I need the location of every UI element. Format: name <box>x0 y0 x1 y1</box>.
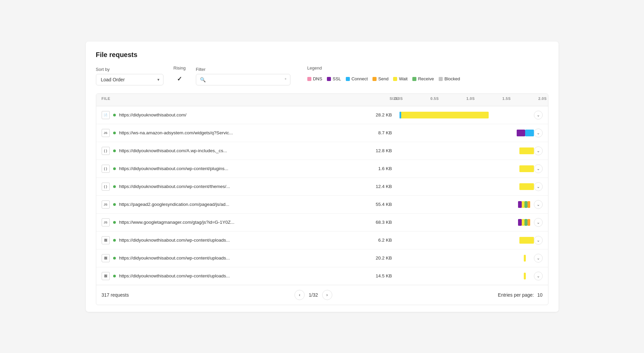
blocked-legend-color <box>439 77 443 81</box>
sort-select[interactable]: Load Order Size Duration File Name <box>96 74 163 85</box>
connect-legend-color <box>346 77 350 81</box>
table-row: JShttps://pagead2.googlesyndication.com/… <box>96 196 548 214</box>
bar-container <box>399 112 543 118</box>
next-page-button[interactable]: › <box>322 290 332 300</box>
filter-input-wrapper: 🔍 * <box>196 74 290 85</box>
rising-group: Rising ✓ <box>174 65 186 85</box>
bar-container <box>399 130 543 136</box>
bar-container <box>399 201 543 208</box>
file-cell: { }https://didyouknowthisabout.com/A.wp-… <box>102 143 358 158</box>
status-dot <box>113 203 116 206</box>
img-file-icon: 🖼 <box>102 254 110 262</box>
bar-segment <box>522 219 525 226</box>
file-cell: JShttps://www.googletagmanager.com/gtag/… <box>102 215 358 230</box>
bar-segment <box>519 147 534 154</box>
bar-segment <box>518 219 522 226</box>
file-requests-table: FILE SIZE 0.0s0.5s1.0s1.5s2.0s 📄https://… <box>96 93 548 305</box>
file-url: https://ws-na.amazon-adsystem.com/widget… <box>119 130 233 135</box>
filter-label: Filter <box>196 67 290 72</box>
receive-legend-color <box>412 77 416 81</box>
bar-segment <box>400 112 401 118</box>
file-cell: JShttps://ws-na.amazon-adsystem.com/widg… <box>102 126 358 140</box>
status-dot <box>113 185 116 188</box>
file-cell: 🖼https://didyouknowthisabout.com/wp-cont… <box>102 251 358 266</box>
status-dot <box>113 221 116 224</box>
table-body: 📄https://didyouknowthisabout.com/28.2 KB… <box>96 106 548 285</box>
legend-item-send: Send <box>372 76 388 81</box>
expand-row-button[interactable]: ⌄ <box>534 146 543 155</box>
filter-input[interactable] <box>196 74 290 85</box>
regex-indicator: * <box>284 77 286 82</box>
search-icon: 🔍 <box>200 77 206 82</box>
file-url: https://www.googletagmanager.com/gtag/js… <box>119 220 235 225</box>
bar-segment <box>524 255 526 262</box>
bar-segment <box>524 273 526 279</box>
size-cell: 55.4 KB <box>358 202 399 207</box>
timeline-cell: ⌄ <box>399 267 543 285</box>
column-size: SIZE <box>358 97 399 103</box>
size-cell: 68.3 KB <box>358 220 399 225</box>
expand-row-button[interactable]: ⌄ <box>534 182 543 191</box>
expand-row-button[interactable]: ⌄ <box>534 164 543 173</box>
legend-label: Legend <box>307 65 460 71</box>
bar-container <box>399 219 543 226</box>
file-cell: 🖼https://didyouknowthisabout.com/wp-cont… <box>102 233 358 248</box>
bar-segment <box>400 112 489 118</box>
legend-item-dns: DNS <box>307 76 322 81</box>
page-title: File requests <box>96 51 548 59</box>
status-dot <box>113 114 116 116</box>
size-cell: 28.2 KB <box>358 112 399 117</box>
rising-check: ✓ <box>174 73 186 85</box>
expand-row-button[interactable]: ⌄ <box>534 218 543 227</box>
expand-row-button[interactable]: ⌄ <box>534 236 543 245</box>
expand-row-button[interactable]: ⌄ <box>534 200 543 209</box>
bar-segment <box>527 201 531 208</box>
expand-row-button[interactable]: ⌄ <box>534 272 543 280</box>
page-info: 1/32 <box>309 292 318 298</box>
main-container: File requests Sort by Load Order Size Du… <box>86 42 559 312</box>
table-row: 🖼https://didyouknowthisabout.com/wp-cont… <box>96 232 548 249</box>
size-cell: 6.2 KB <box>358 238 399 243</box>
timeline-cell: ⌄ <box>399 214 543 231</box>
size-cell: 20.2 KB <box>358 255 399 261</box>
status-dot <box>113 239 116 242</box>
img-file-icon: 🖼 <box>102 236 110 244</box>
status-dot <box>113 132 116 134</box>
bar-segment <box>525 130 534 136</box>
expand-row-button[interactable]: ⌄ <box>534 254 543 263</box>
table-row: JShttps://www.googletagmanager.com/gtag/… <box>96 214 548 232</box>
bar-container <box>399 147 543 154</box>
ssl-legend-label: SSL <box>333 76 341 81</box>
connect-legend-label: Connect <box>352 76 368 81</box>
file-url: https://didyouknowthisabout.com/ <box>119 112 187 117</box>
prev-page-button[interactable]: ‹ <box>294 290 305 300</box>
rising-label: Rising <box>174 65 186 71</box>
bar-segment <box>517 130 525 136</box>
requests-count: 317 requests <box>102 292 129 298</box>
img-file-icon: 🖼 <box>102 272 110 280</box>
receive-legend-label: Receive <box>418 76 434 81</box>
table-row: JShttps://ws-na.amazon-adsystem.com/widg… <box>96 124 548 142</box>
status-dot <box>113 257 116 260</box>
send-legend-color <box>372 77 377 81</box>
bar-container <box>399 183 543 190</box>
expand-row-button[interactable]: ⌄ <box>534 111 543 119</box>
bar-container <box>399 165 543 172</box>
bar-container <box>399 237 543 244</box>
pagination: ‹ 1/32 › <box>294 290 332 300</box>
js-file-icon: JS <box>102 200 110 209</box>
timeline-tick-4: 2.0s <box>538 97 547 101</box>
file-url: https://didyouknowthisabout.com/A.wp-inc… <box>119 148 227 153</box>
file-cell: JShttps://pagead2.googlesyndication.com/… <box>102 197 358 212</box>
bar-segment <box>524 201 527 208</box>
legend-item-ssl: SSL <box>327 76 341 81</box>
expand-row-button[interactable]: ⌄ <box>534 129 543 137</box>
checkmark-icon: ✓ <box>177 75 182 83</box>
table-row: 🖼https://didyouknowthisabout.com/wp-cont… <box>96 249 548 267</box>
timeline-tick-3: 1.5s <box>503 97 511 101</box>
blocked-legend-label: Blocked <box>444 76 460 81</box>
file-cell: { }https://didyouknowthisabout.com/wp-co… <box>102 179 358 194</box>
status-dot <box>113 150 116 152</box>
file-url: https://pagead2.googlesyndication.com/pa… <box>119 202 229 207</box>
timeline-cell: ⌄ <box>399 106 543 124</box>
